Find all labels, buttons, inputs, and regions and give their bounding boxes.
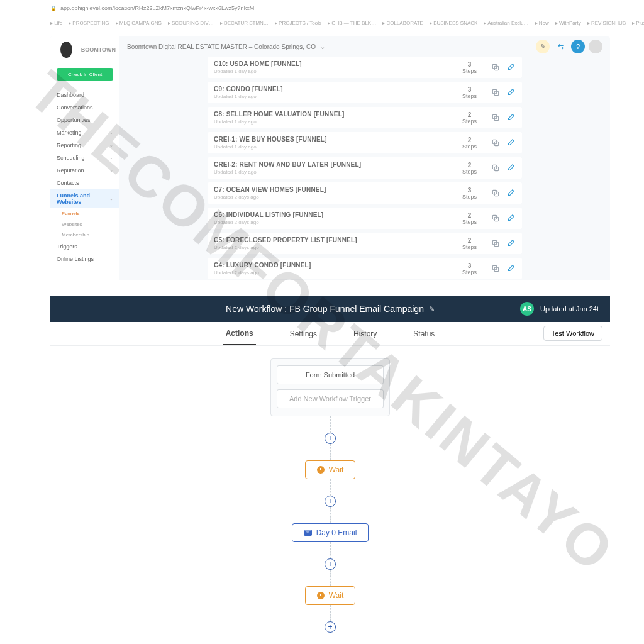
funnel-row[interactable]: C10: USDA HOME [FUNNEL]Updated 1 day ago… (208, 57, 522, 78)
tab-settings[interactable]: Settings (287, 323, 319, 345)
edit-icon[interactable] (506, 238, 516, 248)
sidebar-subitem[interactable]: Funnels (62, 208, 119, 219)
edit-icon[interactable] (506, 213, 516, 223)
sidebar-item[interactable]: Dashboard (50, 89, 119, 101)
bookmark-item[interactable]: ▸ GHB — THE BLK… (328, 20, 376, 26)
notes-icon[interactable]: ✎ (536, 40, 550, 53)
edit-icon[interactable] (506, 163, 516, 173)
test-workflow-button[interactable]: Test Workflow (543, 326, 602, 341)
funnel-row[interactable]: C5: FORECLOSED PROPERTY LIST [FUNNEL]Upd… (208, 233, 522, 254)
sidebar-item-label: Dashboard (57, 92, 84, 98)
copy-icon[interactable] (491, 163, 501, 173)
copy-icon[interactable] (491, 62, 501, 72)
bookmark-item[interactable]: ▸ PROJECTS / Tools (275, 20, 321, 26)
workflow-canvas[interactable]: Form Submitted Add New Workflow Trigger … (50, 346, 610, 644)
user-badge[interactable]: AS (520, 302, 534, 316)
sidebar-item[interactable]: Conversations (50, 101, 119, 114)
sidebar-item[interactable]: Online Listings (50, 253, 119, 265)
funnel-updated: Updated 1 day ago (214, 169, 462, 175)
funnel-steps: 3Steps (462, 262, 477, 275)
bookmark-item[interactable]: ▸ Life (50, 20, 62, 26)
edit-icon[interactable] (506, 264, 516, 274)
lock-icon: 🔒 (50, 6, 57, 11)
funnel-steps: 3Steps (462, 61, 477, 74)
copy-icon[interactable] (491, 213, 501, 223)
sync-icon[interactable]: ⇆ (553, 40, 567, 53)
wait-node[interactable]: Wait (305, 586, 356, 605)
sidebar-item[interactable]: Scheduling⌄ (50, 152, 119, 164)
funnel-row[interactable]: C7: OCEAN VIEW HOMES [FUNNEL]Updated 2 d… (208, 182, 522, 204)
trigger-node[interactable]: Form Submitted (277, 365, 384, 384)
add-trigger-button[interactable]: Add New Workflow Trigger (277, 389, 384, 408)
chevron-down-icon: ⌄ (320, 43, 325, 50)
bookmark-item[interactable]: ▸ COLLABORATE (382, 20, 423, 26)
bookmark-item[interactable]: ▸ New (535, 20, 549, 26)
check-in-button[interactable]: Check In Client (57, 68, 113, 81)
envelope-icon (304, 530, 312, 536)
copy-icon[interactable] (491, 87, 501, 97)
account-switcher[interactable]: Boomtown Digital REAL ESTATE MASTER – Co… (127, 43, 532, 50)
email-label: Day 0 Email (316, 528, 357, 537)
bookmark-item[interactable]: ▸ WithParty (555, 20, 581, 26)
sidebar-item[interactable]: Opportunities (50, 114, 119, 126)
edit-icon[interactable]: ✎ (429, 305, 435, 313)
sidebar-subitem[interactable]: Websites (62, 219, 119, 230)
add-step-button[interactable]: + (325, 558, 336, 570)
add-step-button[interactable]: + (325, 621, 336, 633)
sidebar-item[interactable]: Funnels and Websites⌄ (50, 189, 119, 208)
copy-icon[interactable] (491, 238, 501, 248)
workflow-title-text: New Workflow : FB Group Funnel Email Cam… (226, 304, 424, 314)
add-step-button[interactable]: + (325, 433, 336, 444)
funnel-row[interactable]: CREI-1: WE BUY HOUSES [FUNNEL]Updated 1 … (208, 132, 522, 153)
edit-icon[interactable] (506, 113, 516, 123)
funnel-updated: Updated 1 day ago (214, 119, 462, 125)
tab-history[interactable]: History (351, 323, 379, 345)
funnel-row[interactable]: C4: LUXURY CONDO [FUNNEL]Updated 2 days … (208, 258, 522, 279)
bookmark-item[interactable]: ▸ REVISIONHUB (587, 20, 626, 26)
copy-icon[interactable] (491, 264, 501, 274)
funnel-name: C9: CONDO [FUNNEL] (214, 86, 462, 92)
bookmark-item[interactable]: ▸ DECATUR STMN… (220, 20, 269, 26)
edit-icon[interactable] (506, 87, 516, 97)
bookmark-item[interactable]: ▸ Australian Exclu… (484, 20, 528, 26)
connector (330, 542, 331, 558)
copy-icon[interactable] (491, 138, 501, 148)
funnel-row[interactable]: C8: SELLER HOME VALUATION [FUNNEL]Update… (208, 107, 522, 128)
sidebar-item-label: Online Listings (57, 256, 94, 262)
edit-icon[interactable] (506, 138, 516, 148)
wait-node[interactable]: Wait (305, 460, 356, 479)
sidebar-subitem[interactable]: Membership (62, 230, 119, 240)
sidebar-item-label: Triggers (57, 243, 77, 250)
tab-status[interactable]: Status (411, 323, 437, 345)
copy-icon[interactable] (491, 188, 501, 198)
funnel-row[interactable]: C6: INDIVIDUAL LISTING [FUNNEL]Updated 2… (208, 208, 522, 229)
bookmark-item[interactable]: ▸ PROSPECTING (69, 20, 109, 26)
sidebar-item-label: Conversations (57, 104, 93, 111)
bookmarks-bar[interactable]: ▸ Life▸ PROSPECTING▸ MLQ CAMPAIGNS▸ SCOU… (0, 16, 644, 29)
upper-app: 🔒 app.gohighlevel.com/location/Rl4z22uZk… (0, 0, 644, 280)
edit-icon[interactable] (506, 62, 516, 72)
wait-label: Wait (329, 591, 344, 600)
sidebar-item[interactable]: Contacts (50, 177, 119, 189)
sidebar-item[interactable]: Reporting⌄ (50, 139, 119, 152)
bookmark-item[interactable]: ▸ SCOURING DIV… (168, 20, 214, 26)
bookmark-item[interactable]: ▸ MLQ CAMPAIGNS (116, 20, 162, 26)
edit-icon[interactable] (506, 188, 516, 198)
help-icon[interactable]: ? (571, 40, 585, 53)
sidebar-item[interactable]: Reputation⌄ (50, 164, 119, 177)
copy-icon[interactable] (491, 113, 501, 123)
chevron-down-icon: ⌄ (109, 196, 113, 201)
funnel-updated: Updated 2 days ago (214, 219, 462, 225)
user-avatar[interactable] (589, 40, 602, 53)
funnel-row[interactable]: C9: CONDO [FUNNEL]Updated 1 day ago3Step… (208, 82, 522, 103)
sidebar-item[interactable]: Marketing⌄ (50, 126, 119, 139)
funnel-name: C10: USDA HOME [FUNNEL] (214, 60, 462, 67)
bookmark-item[interactable]: ▸ Plus (632, 20, 644, 26)
funnel-row[interactable]: CREI-2: RENT NOW AND BUY LATER [FUNNEL]U… (208, 157, 522, 179)
tab-actions[interactable]: Actions (223, 323, 256, 345)
email-node[interactable]: Day 0 Email (292, 523, 369, 542)
browser-url-bar[interactable]: 🔒 app.gohighlevel.com/location/Rl4z22uZk… (0, 0, 644, 16)
sidebar-item[interactable]: Triggers (50, 240, 119, 253)
add-step-button[interactable]: + (325, 496, 336, 507)
bookmark-item[interactable]: ▸ BUSINESS SNACK (430, 20, 477, 26)
